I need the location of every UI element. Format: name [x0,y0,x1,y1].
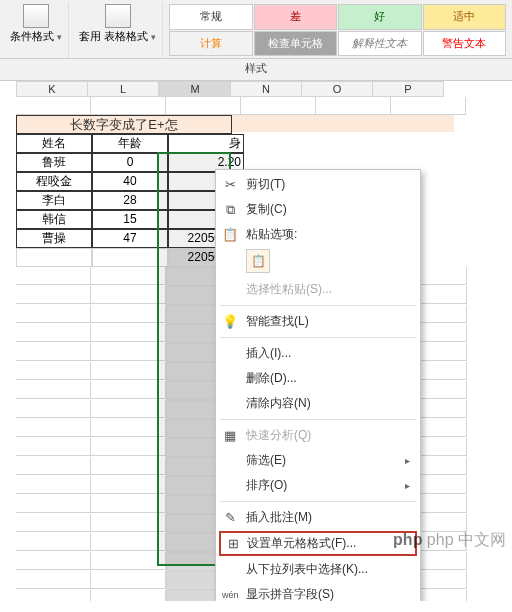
style-calc[interactable]: 计算 [169,31,252,57]
paste-options: 📋 [218,247,418,277]
col-header[interactable]: O [302,81,373,97]
header-name: 姓名 [16,134,92,153]
table-format-icon [105,4,131,28]
col-header[interactable]: L [88,81,159,97]
ctx-format-cells[interactable]: ⊞设置单元格格式(F)... [219,531,417,556]
col-header[interactable]: M [159,81,231,97]
phonetic-icon: wén [222,590,238,600]
ribbon-group-tableformat: 套用 表格格式 ▾ [73,2,163,58]
table-format-button[interactable]: 套用 表格格式 ▾ [77,2,158,45]
ctx-phonetic[interactable]: wén显示拼音字段(S) [218,582,418,601]
ctx-paste-options-label: 📋粘贴选项: [218,222,418,247]
style-normal[interactable]: 常规 [169,4,252,30]
col-header[interactable]: N [231,81,302,97]
style-explain[interactable]: 解释性文本 [338,31,421,57]
conditional-format-label: 条件格式 [10,30,54,42]
ctx-pick-from-list[interactable]: 从下拉列表中选择(K)... [218,557,418,582]
conditional-format-button[interactable]: 条件格式 ▾ [8,2,64,45]
chevron-down-icon: ▾ [57,32,62,42]
context-menu: ✂剪切(T) ⧉复制(C) 📋粘贴选项: 📋 选择性粘贴(S)... 💡智能查找… [215,169,421,601]
ctx-delete[interactable]: 删除(D)... [218,366,418,391]
column-headers: K L M N O P [16,81,512,97]
cell-styles-gallery[interactable]: 常规 差 好 适中 计算 检查单元格 解释性文本 警告文本 [167,2,508,58]
style-warn[interactable]: 警告文本 [423,31,506,57]
style-check[interactable]: 检查单元格 [254,31,337,57]
paste-icon: 📋 [222,227,238,242]
style-good[interactable]: 好 [338,4,421,30]
title-row[interactable]: 长数字变成了E+怎 [16,115,512,134]
ribbon-group-conditional: 条件格式 ▾ [4,2,69,58]
ctx-paste-special: 选择性粘贴(S)... [218,277,418,302]
col-header[interactable]: P [373,81,444,97]
quick-analysis-icon: ▦ [222,428,238,443]
chevron-down-icon: ▾ [151,32,156,42]
ribbon: 条件格式 ▾ 套用 表格格式 ▾ 常规 差 好 适中 计算 检查单元格 解释性文… [0,0,512,59]
table-format-label: 套用 表格格式 [79,30,148,42]
col-header[interactable]: K [16,81,88,97]
ctx-cut[interactable]: ✂剪切(T) [218,172,418,197]
table-header-row[interactable]: 姓名 年龄 身 [16,134,512,153]
header-age: 年龄 [92,134,168,153]
conditional-format-icon [23,4,49,28]
comment-icon: ✎ [222,510,238,525]
ctx-insert[interactable]: 插入(I)... [218,341,418,366]
format-cells-icon: ⊞ [225,536,241,551]
sheet-title: 长数字变成了E+怎 [16,115,232,134]
watermark: php php 中文网 [393,530,506,551]
scissors-icon: ✂ [222,177,238,192]
ctx-smart-lookup[interactable]: 💡智能查找(L) [218,309,418,334]
paste-option-default[interactable]: 📋 [246,249,270,273]
ctx-insert-comment[interactable]: ✎插入批注(M) [218,505,418,530]
style-neutral[interactable]: 适中 [423,4,506,30]
ctx-sort[interactable]: 排序(O)▸ [218,473,418,498]
styles-group-label: 样式 [0,59,512,81]
style-bad[interactable]: 差 [254,4,337,30]
worksheet[interactable]: K L M N O P 长数字变成了E+怎 姓名 年龄 身 鲁班 0 2.20 … [0,81,512,601]
lightbulb-icon: 💡 [222,314,238,329]
copy-icon: ⧉ [222,202,238,218]
ctx-filter[interactable]: 筛选(E)▸ [218,448,418,473]
ctx-copy[interactable]: ⧉复制(C) [218,197,418,222]
chevron-right-icon: ▸ [405,480,410,491]
ctx-quick-analysis: ▦快速分析(Q) [218,423,418,448]
header-height: 身 [168,134,244,153]
chevron-right-icon: ▸ [405,455,410,466]
ctx-clear[interactable]: 清除内容(N) [218,391,418,416]
